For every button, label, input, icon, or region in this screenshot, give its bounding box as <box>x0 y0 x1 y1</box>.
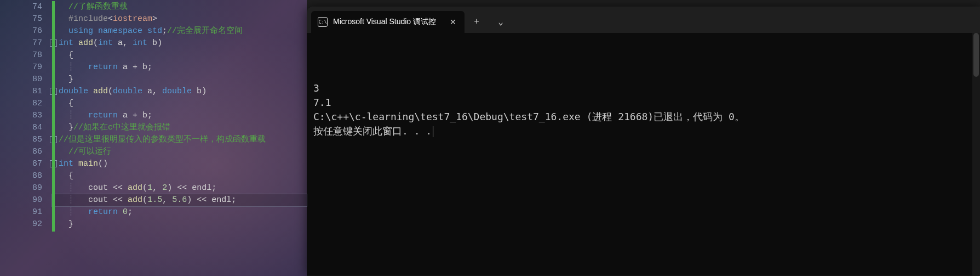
line-number: 89 <box>0 182 52 194</box>
line-number: 90 <box>0 194 52 206</box>
code-token <box>123 183 128 193</box>
code-line[interactable]: −int main() <box>52 158 307 170</box>
code-token: 2 <box>162 183 167 193</box>
code-token: add <box>128 195 142 205</box>
code-line[interactable]: ┊ cout << add(1.5, 5.6) << endl; <box>52 194 307 206</box>
terminal-line: 7.1 <box>313 95 973 110</box>
code-line[interactable]: { <box>52 98 307 110</box>
code-token <box>59 123 68 132</box>
new-tab-button[interactable]: + <box>465 11 489 33</box>
line-number: 92 <box>0 218 52 230</box>
code-token: ; <box>231 195 236 205</box>
code-token: ┊ <box>59 183 88 193</box>
code-token: , <box>152 183 162 193</box>
terminal-output[interactable]: 37.1C:\c++\c-learning\test7_16\Debug\tes… <box>307 33 980 275</box>
code-token: ) <box>167 183 177 193</box>
code-token <box>59 219 68 229</box>
code-token: //可以运行 <box>68 147 111 156</box>
change-bar <box>52 1 55 232</box>
code-line[interactable]: −//但是这里很明显传入的参数类型不一样，构成函数重载 <box>52 134 307 146</box>
code-token: cout <box>88 183 113 193</box>
code-token: double <box>113 87 147 96</box>
code-line[interactable]: } <box>52 74 307 86</box>
tab-dropdown-button[interactable]: ⌄ <box>489 11 513 33</box>
code-token: 1.5 <box>147 195 162 205</box>
code-token: ┊ <box>59 111 88 120</box>
code-token: double <box>59 87 93 96</box>
code-token: a <box>118 38 123 48</box>
code-line[interactable]: { <box>52 49 307 61</box>
code-token: , <box>152 87 162 96</box>
code-line[interactable]: ┊ cout << add(1, 2) << endl; <box>52 182 307 194</box>
code-token: add <box>93 87 108 96</box>
code-token: return <box>88 63 123 72</box>
line-number: 91 <box>0 206 52 218</box>
code-token: << <box>197 195 207 205</box>
code-token: ; <box>128 207 133 217</box>
code-token <box>59 171 68 181</box>
code-token <box>59 2 68 12</box>
line-number: 75 <box>0 13 52 25</box>
code-token: ; <box>147 111 152 120</box>
code-token: endl <box>187 183 211 193</box>
code-token: std <box>147 26 162 36</box>
terminal-icon: C:\ <box>318 17 328 27</box>
code-token: int <box>59 38 78 48</box>
code-token: int <box>133 38 152 48</box>
code-token: + <box>133 63 137 72</box>
code-token: ; <box>147 63 152 72</box>
code-token: add <box>128 183 142 193</box>
code-token: b <box>197 87 202 96</box>
code-token: ( <box>108 87 113 96</box>
close-icon[interactable]: ✕ <box>448 17 458 27</box>
code-token <box>59 99 68 108</box>
code-token: 1 <box>147 183 152 193</box>
code-token: namespace <box>98 26 147 36</box>
code-line[interactable]: using namespace std;//完全展开命名空间 <box>52 25 307 37</box>
code-token: << <box>113 183 123 193</box>
line-number: 74 <box>0 1 52 13</box>
terminal-scrollbar[interactable] <box>972 33 980 275</box>
code-token: ( <box>142 195 147 205</box>
code-token: return <box>88 111 123 120</box>
line-number: 83 <box>0 110 52 122</box>
code-token <box>123 195 128 205</box>
code-token: ) <box>187 195 197 205</box>
code-token: a <box>123 111 133 120</box>
code-line[interactable]: }//如果在c中这里就会报错 <box>52 122 307 134</box>
code-token: , <box>123 38 133 48</box>
code-line[interactable]: −double add(double a, double b) <box>52 86 307 98</box>
code-line[interactable]: //可以运行 <box>52 146 307 158</box>
code-token: 5.6 <box>172 195 187 205</box>
terminal-tab[interactable]: C:\ Microsoft Visual Studio 调试控 ✕ <box>311 11 465 33</box>
code-token: ┊ <box>59 207 88 217</box>
code-token: + <box>133 111 137 120</box>
code-line[interactable]: { <box>52 170 307 182</box>
code-token: ; <box>162 26 167 36</box>
code-token: add <box>78 38 93 48</box>
line-number: 77 <box>0 37 52 49</box>
code-token: endl <box>207 195 231 205</box>
code-line[interactable]: ┊ return a + b; <box>52 61 307 74</box>
code-line[interactable]: } <box>52 218 307 230</box>
code-token: ; <box>211 183 216 193</box>
code-token: a <box>123 63 133 72</box>
code-token: ) <box>202 87 207 96</box>
code-token: return <box>88 207 123 217</box>
line-number: 76 <box>0 25 52 37</box>
code-token: b <box>152 38 157 48</box>
code-area[interactable]: //了解函数重载 #include<iostream> using namesp… <box>52 0 307 276</box>
code-token: double <box>162 87 197 96</box>
code-token: { <box>68 99 73 108</box>
code-token: () <box>98 159 108 168</box>
line-number-gutter: 74757677787980818283848586878889909192 <box>0 0 52 276</box>
code-line[interactable]: //了解函数重载 <box>52 1 307 13</box>
code-token <box>59 26 68 36</box>
code-token: a <box>147 87 152 96</box>
code-line[interactable]: ┊ return 0; <box>52 206 307 218</box>
code-editor[interactable]: 74757677787980818283848586878889909192 /… <box>0 0 307 276</box>
code-line[interactable]: #include<iostream> <box>52 13 307 25</box>
code-line[interactable]: ┊ return a + b; <box>52 110 307 122</box>
plus-icon: + <box>474 17 479 27</box>
code-line[interactable]: −int add(int a, int b) <box>52 37 307 49</box>
